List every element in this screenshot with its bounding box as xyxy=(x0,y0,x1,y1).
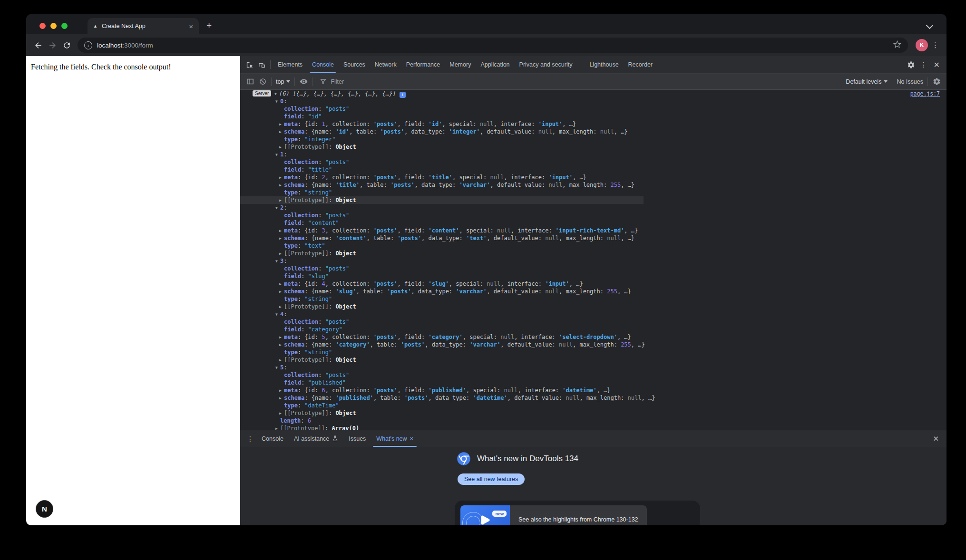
console-settings-gear-icon[interactable] xyxy=(930,76,943,88)
expander-right-icon[interactable]: ▶ xyxy=(279,280,284,288)
expander-right-icon[interactable]: ▶ xyxy=(279,250,284,258)
console-line[interactable]: ▼1: xyxy=(240,151,946,158)
expander-right-icon[interactable]: ▶ xyxy=(275,425,280,430)
console-line[interactable]: ▶[[Prototype]]: Array(0) xyxy=(240,425,946,430)
live-expression-eye-icon[interactable] xyxy=(297,76,310,88)
expander-right-icon[interactable]: ▶ xyxy=(279,341,284,349)
expander-right-icon[interactable]: ▶ xyxy=(279,197,284,204)
chevron-down-icon[interactable] xyxy=(926,22,934,29)
expander-down-icon[interactable]: ▼ xyxy=(275,98,280,106)
profile-avatar[interactable]: K xyxy=(916,39,928,51)
devtools-tab-lighthouse[interactable]: Lighthouse xyxy=(585,56,623,73)
expander-down-icon[interactable]: ▼ xyxy=(275,311,280,319)
inspect-element-icon[interactable] xyxy=(243,58,255,71)
bookmark-star-icon[interactable] xyxy=(893,40,901,50)
console-line[interactable]: ▼Server(6) [{…}, {…}, {…}, {…}, {…}, {…}… xyxy=(240,90,946,97)
tab-close-icon[interactable]: × xyxy=(410,435,414,442)
expander-right-icon[interactable]: ▶ xyxy=(279,334,284,341)
tab-close-icon[interactable]: × xyxy=(189,22,193,30)
drawer-tab-console[interactable]: Console xyxy=(256,430,289,447)
see-all-features-button[interactable]: See all new features xyxy=(458,473,525,485)
highlights-link[interactable]: new See also the highlights from Chrome … xyxy=(460,505,647,525)
console-line[interactable]: ▶[[Prototype]]: Object xyxy=(240,250,946,257)
drawer-close-icon[interactable]: ✕ xyxy=(933,434,939,443)
minimize-window-button[interactable] xyxy=(50,23,57,29)
source-link[interactable]: page.js:7 xyxy=(910,90,940,97)
console-filter-input[interactable]: Filter xyxy=(320,78,839,85)
console-line[interactable]: ▶[[Prototype]]: Object xyxy=(240,143,946,151)
js-context-selector[interactable]: top xyxy=(276,78,290,85)
drawer-tab-issues[interactable]: Issues xyxy=(343,430,371,447)
expander-down-icon[interactable]: ▼ xyxy=(275,204,280,212)
console-messages[interactable]: ▼Server(6) [{…}, {…}, {…}, {…}, {…}, {…}… xyxy=(240,90,946,430)
site-info-icon[interactable]: i xyxy=(84,41,92,49)
devtools-tab-elements[interactable]: Elements xyxy=(273,56,307,73)
url-bar[interactable]: i localhost:3000/form xyxy=(78,38,908,53)
reload-button[interactable] xyxy=(59,38,74,52)
console-line[interactable]: ▶[[Prototype]]: Object xyxy=(240,356,946,364)
console-line[interactable]: ▶meta: {id: 6, collection: 'posts', fiel… xyxy=(240,386,946,394)
devtools-tab-memory[interactable]: Memory xyxy=(445,56,476,73)
console-line[interactable]: ▶schema: {name: 'title', table: 'posts',… xyxy=(240,181,946,189)
forward-button[interactable] xyxy=(45,38,59,52)
log-levels-dropdown[interactable]: Default levels xyxy=(846,78,888,85)
expander-right-icon[interactable]: ▶ xyxy=(279,227,284,235)
expander-right-icon[interactable]: ▶ xyxy=(279,121,284,128)
devtools-tab-console[interactable]: Console xyxy=(307,56,339,73)
console-line[interactable]: ▼3: xyxy=(240,257,946,265)
console-line[interactable]: ▶schema: {name: 'category', table: 'post… xyxy=(240,341,946,348)
console-line[interactable]: ▶[[Prototype]]: Object xyxy=(240,196,946,204)
expander-down-icon[interactable]: ▼ xyxy=(275,258,280,265)
expander-right-icon[interactable]: ▶ xyxy=(279,410,284,417)
console-line[interactable]: ▼5: xyxy=(240,364,946,371)
console-line[interactable]: ▼4: xyxy=(240,310,946,318)
expander-right-icon[interactable]: ▶ xyxy=(279,357,284,364)
drawer-menu-icon[interactable]: ⋮ xyxy=(247,435,254,443)
close-window-button[interactable] xyxy=(39,23,46,29)
devtools-settings-gear-icon[interactable] xyxy=(905,58,917,71)
devtools-close-icon[interactable]: ✕ xyxy=(934,60,940,69)
console-line[interactable]: ▶schema: {name: 'slug', table: 'posts', … xyxy=(240,288,946,295)
devtools-menu-icon[interactable]: ⋮ xyxy=(920,61,927,68)
console-line[interactable]: ▶schema: {name: 'content', table: 'posts… xyxy=(240,234,946,242)
console-line[interactable]: ▶meta: {id: 4, collection: 'posts', fiel… xyxy=(240,280,946,288)
drawer-tab-whats-new[interactable]: What's new × xyxy=(371,430,419,447)
new-tab-button[interactable]: + xyxy=(206,20,212,31)
expander-right-icon[interactable]: ▶ xyxy=(279,387,284,395)
expander-down-icon[interactable]: ▼ xyxy=(275,151,280,159)
issues-counter[interactable]: No Issues xyxy=(897,78,923,85)
expander-right-icon[interactable]: ▶ xyxy=(279,303,284,311)
browser-menu-icon[interactable]: ⋮ xyxy=(932,41,939,49)
nextjs-dev-indicator[interactable]: N xyxy=(36,500,53,518)
back-button[interactable] xyxy=(31,38,45,52)
devtools-tab-privacy[interactable]: Privacy and security xyxy=(515,56,577,73)
devtools-tab-application[interactable]: Application xyxy=(476,56,514,73)
console-line[interactable]: ▼2: xyxy=(240,204,946,212)
expander-down-icon[interactable]: ▼ xyxy=(274,90,279,98)
expander-right-icon[interactable]: ▶ xyxy=(279,182,284,189)
browser-tab[interactable]: ▲ Create Next App × xyxy=(88,18,199,34)
clear-console-icon[interactable] xyxy=(256,76,269,88)
console-line[interactable]: ▶meta: {id: 1, collection: 'posts', fiel… xyxy=(240,120,946,128)
fullscreen-window-button[interactable] xyxy=(61,23,68,29)
console-line[interactable]: ▶schema: {name: 'id', table: 'posts', da… xyxy=(240,128,946,135)
device-toolbar-icon[interactable] xyxy=(255,58,268,71)
console-line[interactable]: ▶schema: {name: 'published', table: 'pos… xyxy=(240,394,946,402)
devtools-tab-sources[interactable]: Sources xyxy=(339,56,370,73)
devtools-tab-recorder[interactable]: Recorder xyxy=(624,56,657,73)
console-line[interactable]: ▶meta: {id: 5, collection: 'posts', fiel… xyxy=(240,333,946,341)
console-line[interactable]: ▶meta: {id: 3, collection: 'posts', fiel… xyxy=(240,227,946,234)
console-sidebar-icon[interactable] xyxy=(244,76,256,88)
expander-right-icon[interactable]: ▶ xyxy=(279,288,284,296)
devtools-tab-network[interactable]: Network xyxy=(370,56,401,73)
drawer-tab-ai-assistance[interactable]: AI assistance xyxy=(289,430,343,447)
expander-right-icon[interactable]: ▶ xyxy=(279,144,284,151)
console-line[interactable]: ▼0: xyxy=(240,97,946,105)
expander-right-icon[interactable]: ▶ xyxy=(279,128,284,136)
expander-right-icon[interactable]: ▶ xyxy=(279,235,284,242)
console-line[interactable]: ▶meta: {id: 2, collection: 'posts', fiel… xyxy=(240,174,946,181)
expander-right-icon[interactable]: ▶ xyxy=(279,395,284,402)
devtools-tab-performance[interactable]: Performance xyxy=(401,56,445,73)
console-line[interactable]: ▶[[Prototype]]: Object xyxy=(240,303,946,310)
console-line[interactable]: ▶[[Prototype]]: Object xyxy=(240,409,946,417)
